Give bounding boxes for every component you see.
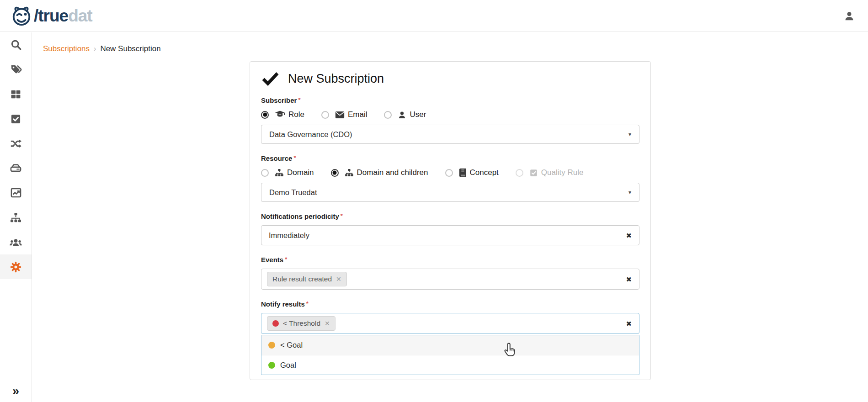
hard-drive-icon	[10, 162, 22, 175]
lt-goal-color-dot	[268, 342, 275, 349]
option-label: < Goal	[280, 341, 303, 349]
owl-logo-icon	[11, 5, 32, 26]
notify-results-dropdown: < Goal Goal	[261, 335, 639, 375]
sitemap-icon	[345, 168, 354, 177]
sidebar-item-tags[interactable]	[0, 57, 32, 82]
tag-label: < Threshold	[283, 319, 320, 328]
sidebar-item-taxonomy[interactable]	[0, 205, 32, 230]
sitemap-icon	[10, 212, 22, 224]
breadcrumb: Subscriptions › New Subscription	[43, 44, 868, 53]
sidebar-item-shuffle[interactable]	[0, 131, 32, 156]
radio-resource-domain[interactable]: Domain	[261, 168, 314, 177]
sitemap-icon	[275, 168, 284, 177]
resource-label: Resource*	[261, 154, 639, 162]
book-icon	[459, 168, 467, 177]
search-icon	[10, 39, 22, 51]
radio-button[interactable]	[384, 111, 392, 119]
chart-line-icon	[10, 187, 22, 199]
logo-text-bold: /true	[34, 6, 68, 25]
notify-results-label: Notify results*	[261, 300, 639, 308]
caret-down-icon: ▾	[628, 189, 631, 196]
goal-color-dot	[268, 362, 275, 369]
sidebar-item-search[interactable]	[0, 32, 32, 57]
radio-subscriber-email[interactable]: Email	[321, 110, 367, 119]
grid-icon	[10, 89, 21, 100]
tag-threshold: < Threshold ✕	[267, 316, 335, 331]
select-value: Demo Truedat	[269, 188, 317, 197]
events-label: Events*	[261, 256, 639, 264]
gear-icon	[10, 261, 22, 273]
top-header: /truedat	[0, 0, 868, 32]
breadcrumb-separator: ›	[90, 45, 100, 53]
radio-subscriber-role[interactable]: Role	[261, 110, 304, 119]
dropdown-option-goal[interactable]: Goal	[261, 355, 639, 375]
radio-label: User	[410, 110, 426, 119]
sidebar-item-groups[interactable]	[0, 230, 32, 254]
sidebar-item-settings[interactable]	[0, 254, 32, 279]
periodicity-input[interactable]: Immediately ✖	[261, 225, 639, 245]
radio-label: Domain and children	[357, 168, 428, 177]
radio-button-checked[interactable]	[331, 169, 339, 177]
users-icon	[9, 236, 22, 249]
notify-results-input[interactable]: < Threshold ✕ ✖	[261, 313, 639, 334]
sidebar-item-grid[interactable]	[0, 82, 32, 106]
shuffle-icon	[10, 138, 22, 150]
sidebar-item-tasks[interactable]	[0, 106, 32, 131]
main-content: Subscriptions › New Subscription New Sub…	[32, 32, 868, 402]
logo-wordmark: /truedat	[34, 7, 92, 24]
periodicity-value: Immediately	[267, 231, 626, 240]
radio-resource-domain-children[interactable]: Domain and children	[331, 168, 428, 177]
app-page: /truedat	[0, 0, 868, 402]
dropdown-option-lt-goal[interactable]: < Goal	[261, 335, 639, 355]
option-label: Goal	[280, 361, 296, 370]
sidebar-item-data-sources[interactable]	[0, 156, 32, 180]
breadcrumb-subscriptions-link[interactable]: Subscriptions	[43, 44, 90, 53]
clear-icon[interactable]: ✖	[626, 276, 632, 283]
truedat-logo[interactable]: /truedat	[11, 5, 92, 26]
select-value: Data Governance (CDO)	[269, 130, 352, 139]
subscriber-select[interactable]: Data Governance (CDO) ▾	[261, 125, 639, 144]
caret-down-icon: ▾	[628, 131, 631, 138]
subscriber-radio-group: Role Email	[261, 110, 639, 119]
user-icon	[398, 111, 406, 119]
clear-icon[interactable]: ✖	[626, 320, 632, 327]
radio-label: Domain	[287, 168, 314, 177]
radio-button[interactable]	[321, 111, 329, 119]
tags-icon	[10, 63, 22, 75]
radio-label: Concept	[470, 168, 499, 177]
envelope-icon	[335, 111, 345, 119]
logo-text-light: dat	[68, 6, 92, 25]
radio-button[interactable]	[261, 169, 269, 177]
sidebar-collapse-button[interactable]: »	[0, 381, 32, 401]
breadcrumb-current: New Subscription	[100, 44, 160, 53]
events-input[interactable]: Rule result created ✕ ✖	[261, 269, 639, 290]
angle-double-right-icon: »	[12, 384, 19, 398]
events-tags: Rule result created ✕	[267, 269, 626, 289]
sidebar-item-charts[interactable]	[0, 180, 32, 205]
resource-select[interactable]: Demo Truedat ▾	[261, 183, 639, 202]
page-title: New Subscription	[288, 72, 384, 86]
threshold-color-dot	[272, 320, 279, 327]
periodicity-label: Notifications periodicity*	[261, 212, 639, 220]
user-icon	[843, 10, 855, 22]
new-subscription-card: New Subscription Subscriber* Role	[250, 61, 651, 380]
tag-rule-result-created: Rule result created ✕	[267, 272, 347, 286]
radio-label: Quality Rule	[541, 168, 584, 177]
sidebar-nav: »	[0, 32, 32, 402]
tag-remove-icon[interactable]: ✕	[325, 320, 330, 327]
check-square-icon	[10, 113, 21, 125]
checkmark-icon	[261, 72, 279, 86]
radio-label: Email	[348, 110, 367, 119]
user-menu-button[interactable]	[843, 10, 855, 22]
graduation-cap-icon	[275, 110, 285, 119]
notify-results-tags: < Threshold ✕	[267, 313, 626, 333]
clear-icon[interactable]: ✖	[626, 232, 632, 239]
radio-subscriber-user[interactable]: User	[384, 110, 426, 119]
radio-button-checked[interactable]	[261, 111, 269, 119]
radio-resource-quality-rule: Quality Rule	[516, 168, 584, 177]
check-square-icon	[529, 169, 538, 177]
radio-button[interactable]	[445, 169, 453, 177]
radio-resource-concept[interactable]: Concept	[445, 168, 499, 177]
tag-remove-icon[interactable]: ✕	[336, 275, 341, 283]
resource-radio-group: Domain Domain and children	[261, 168, 639, 177]
